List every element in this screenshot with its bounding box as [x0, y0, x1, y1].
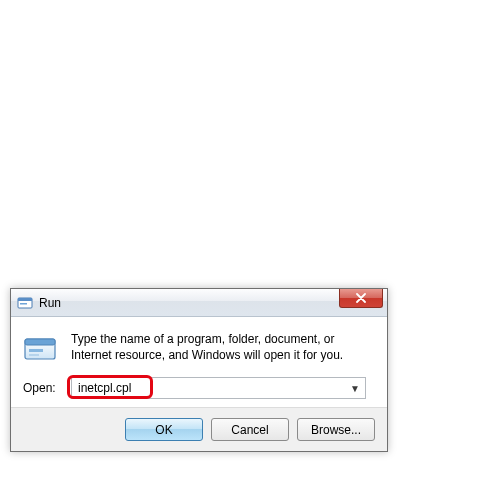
open-input[interactable] [71, 377, 366, 399]
cancel-button[interactable]: Cancel [211, 418, 289, 441]
close-icon [356, 293, 366, 303]
open-combobox[interactable]: ▼ [71, 377, 366, 399]
svg-rect-4 [29, 349, 43, 352]
run-titlebar-icon [17, 295, 33, 311]
svg-rect-5 [29, 354, 39, 356]
close-button[interactable] [339, 289, 383, 308]
svg-rect-1 [18, 298, 32, 301]
run-dialog: Run Type the name of a program [10, 288, 388, 452]
dialog-title: Run [39, 296, 61, 310]
svg-rect-2 [20, 303, 27, 305]
browse-button[interactable]: Browse... [297, 418, 375, 441]
dialog-description: Type the name of a program, folder, docu… [71, 331, 375, 363]
open-label: Open: [23, 381, 63, 395]
dialog-content: Type the name of a program, folder, docu… [11, 317, 387, 373]
titlebar[interactable]: Run [11, 289, 387, 317]
button-row: OK Cancel Browse... [11, 407, 387, 451]
open-row: Open: ▼ [11, 373, 387, 407]
run-program-icon [23, 331, 59, 367]
ok-button[interactable]: OK [125, 418, 203, 441]
svg-rect-3 [25, 339, 55, 345]
